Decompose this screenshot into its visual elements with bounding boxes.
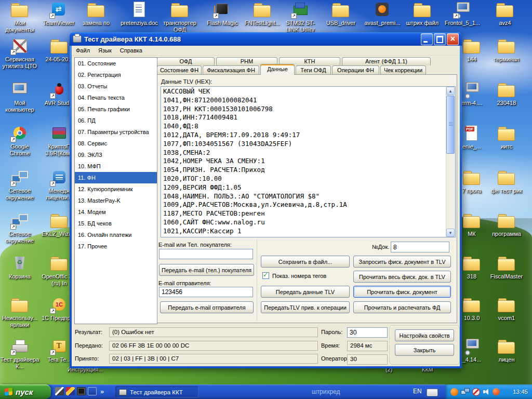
desktop-icon[interactable]: ↗Тест драйвера К... <box>0 338 39 370</box>
desktop-icon[interactable]: FNTestLight... <box>243 1 282 26</box>
sidebar-item[interactable]: 01. Состояние <box>75 58 157 69</box>
sidebar-item[interactable]: 14. Модем <box>75 206 157 218</box>
tab-inner[interactable]: Данные <box>260 64 295 75</box>
sidebar-item[interactable]: 03. Отчеты <box>75 81 157 92</box>
sidebar-item[interactable]: 05. Печать графики <box>75 103 157 115</box>
desktop-icon[interactable]: FiscalMaster <box>487 255 526 280</box>
menu-item[interactable]: Язык <box>94 46 116 55</box>
overflow-chevron-icon[interactable]: » <box>100 388 104 395</box>
minimize-button[interactable] <box>421 33 433 45</box>
menu-item[interactable]: Справка <box>116 46 147 55</box>
sender-email-input[interactable] <box>159 287 253 297</box>
desktop-icon[interactable]: терминал <box>487 37 526 63</box>
desktop-icon[interactable]: avast_premi... <box>363 1 402 26</box>
desktop-icon[interactable]: Неиспользу... ярлыки <box>0 296 39 328</box>
tab-inner[interactable]: Операции ФН <box>332 65 379 74</box>
desktop-icon-label: vcom1 <box>487 315 526 322</box>
taskbar-clock[interactable]: 13:45 <box>513 389 528 395</box>
settings-button[interactable]: Настройка свойств <box>395 329 454 341</box>
sidebar-item[interactable]: 17. Прочее <box>75 241 157 252</box>
sidebar-item[interactable]: 04. Печать текста <box>75 92 157 103</box>
tab-outer[interactable]: ОФД <box>157 57 215 65</box>
desktop-icon[interactable]: ↗Сетевое окружение <box>0 212 39 244</box>
desktop-icon[interactable]: ↗Frontol_5_1... <box>443 1 482 26</box>
show-tag-numbers-checkbox[interactable] <box>262 272 269 279</box>
desktop-icon[interactable]: ↗Flash Magic <box>203 1 242 26</box>
taskbar-task-button[interactable]: Тест драйвера ККТ <box>115 386 198 398</box>
password-input[interactable] <box>347 327 388 338</box>
sidebar-item[interactable]: 08. Сервис <box>75 138 157 149</box>
desktop-icon[interactable]: транспортер ОФД <box>160 1 200 33</box>
scroll-thumb[interactable] <box>446 96 455 154</box>
printer-icon: ↗ <box>10 338 30 355</box>
desktop-icon[interactable]: Корзина <box>0 255 39 280</box>
desktop-icon[interactable]: лицен <box>487 338 526 363</box>
close-icon[interactable] <box>447 33 459 45</box>
sidebar-item[interactable]: 07. Параметры устройства <box>75 126 157 138</box>
sidebar-item[interactable]: 09. ЭКЛЗ <box>75 149 157 161</box>
window-titlebar[interactable]: Тест драйвера ККТ 4.14.0.688 <box>70 32 462 46</box>
network-tray-icon[interactable] <box>461 388 470 395</box>
maximize-button[interactable] <box>434 33 446 45</box>
tab-inner[interactable]: Теги ОФД <box>296 65 331 74</box>
tab-inner[interactable]: Чек коррекции <box>380 65 426 74</box>
action-button[interactable]: Прочитать и распечатать ФД <box>353 301 451 313</box>
desktop-icon[interactable]: 230418 <box>487 81 526 107</box>
desktop-icon[interactable]: иитс <box>487 125 526 150</box>
tab-inner[interactable]: Состояние ФН <box>157 65 202 74</box>
sidebar-item[interactable]: 13. MasterPay-K <box>75 195 157 206</box>
close-window-button[interactable]: Закрыть <box>395 344 454 356</box>
scrollbar[interactable]: ▲ ▼ <box>446 87 455 237</box>
tlv-text[interactable]: КАССОВЫЙ ЧЕК 1041,ФН:8712000100082041 10… <box>161 87 448 236</box>
action-button[interactable]: Прочитать весь фиск. док. в TLV <box>353 271 451 283</box>
tab-outer[interactable]: Агент (ФФД 1.1) <box>342 57 431 65</box>
sidebar-item[interactable]: 10. МФП <box>75 161 157 172</box>
desktop-icon[interactable]: pretenziya.doc <box>119 1 159 26</box>
start-button[interactable]: пуск <box>0 384 51 399</box>
action-button[interactable]: Прочитать фиск. документ <box>353 286 451 298</box>
desktop-icon[interactable]: ↗Сервисная утилита ЦТО <box>0 37 39 70</box>
desktop-icon[interactable]: ↗Google Chrome <box>0 125 39 157</box>
volume-tray-icon[interactable] <box>483 388 490 395</box>
sidebar-item[interactable]: 11. ФН <box>75 172 157 183</box>
scroll-up-icon[interactable]: ▲ <box>446 87 455 95</box>
doc-number-input[interactable] <box>391 242 449 252</box>
desktop-icon[interactable]: ↗Сетевое окружение <box>0 169 39 201</box>
palette-icon[interactable] <box>66 387 75 395</box>
no-connection-tray-icon[interactable] <box>472 388 480 396</box>
desktop-icon[interactable]: vcom1 <box>487 296 526 322</box>
sidebar-item[interactable]: 06. ПД <box>75 115 157 126</box>
desktop-icon[interactable]: USB_driver <box>321 1 361 26</box>
sidebar-item[interactable]: 12. Купюроприемник <box>75 183 157 195</box>
scroll-down-icon[interactable]: ▼ <box>446 229 455 237</box>
tab-inner[interactable]: Фискализация ФН <box>203 65 259 74</box>
sidebar-item[interactable]: 16. Онлайн платежи <box>75 229 157 241</box>
keyboard-icon[interactable] <box>427 389 438 396</box>
sidebar-item[interactable]: 02. Регистрация <box>75 69 157 81</box>
action-button[interactable]: Сохранить в файл... <box>261 256 350 268</box>
desktop-icon[interactable]: Мои документы <box>0 1 39 33</box>
buyer-email-input[interactable] <box>159 249 253 259</box>
book-icon[interactable] <box>88 387 97 395</box>
sidebar-item[interactable]: 15. БД чеков <box>75 218 157 229</box>
avast-tray-icon[interactable] <box>450 388 458 396</box>
desktop-icon[interactable]: Мой компьютер <box>0 81 39 113</box>
desktop-icon[interactable]: ↗TeamViewer <box>39 1 78 26</box>
action-button[interactable]: Передать данные TLV <box>261 286 350 298</box>
quill-icon[interactable] <box>55 387 64 395</box>
desktop-icon[interactable]: фн тест рик <box>487 169 526 194</box>
send-sender-email-button[interactable]: Передать e-mail отправителя <box>160 301 254 313</box>
menu-item[interactable]: Файл <box>72 46 94 55</box>
desktop-icon[interactable]: avz4 <box>485 1 525 26</box>
action-button[interactable]: Запросить фиск. документ в TLV <box>353 256 451 268</box>
language-indicator[interactable]: EN <box>413 388 422 395</box>
chip-icon[interactable] <box>77 387 86 395</box>
desktop-icon[interactable]: штрих файл <box>403 1 442 26</box>
desktop-icon[interactable]: программа <box>487 212 526 237</box>
action-button[interactable]: ПередатьTLV прив. к операции <box>261 301 350 313</box>
desktop-icon[interactable]: замена по <box>76 1 116 26</box>
desktop-icon[interactable]: ↗STM32 ST-LINK Utility <box>281 1 320 33</box>
tlv-textarea[interactable]: КАССОВЫЙ ЧЕК 1041,ФН:8712000100082041 10… <box>161 86 456 237</box>
update-tray-icon[interactable] <box>493 388 500 395</box>
send-buyer-email-button[interactable]: Передать e-mail (тел.) покупателя <box>159 264 254 276</box>
